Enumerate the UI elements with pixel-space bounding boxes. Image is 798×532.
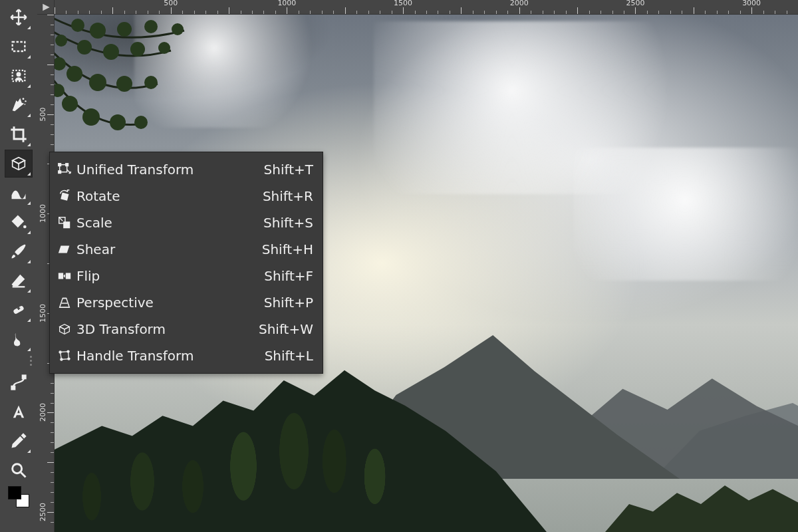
svg-point-10 [13, 464, 22, 473]
menu-item-label: Scale [76, 215, 112, 231]
move-tool[interactable] [5, 4, 32, 31]
menu-item-shortcut: Shift+L [265, 348, 313, 364]
menu-item-shortcut: Shift+P [264, 295, 313, 311]
smudge-tool[interactable] [5, 326, 32, 352]
menu-item-unified-transform[interactable]: Unified TransformShift+T [50, 156, 323, 183]
menu-item-perspective[interactable]: PerspectiveShift+P [50, 289, 323, 316]
transform-tools-flyout-menu: Unified TransformShift+TRotateShift+RSca… [49, 152, 323, 374]
shear-icon [57, 241, 72, 257]
toolbox-separator [29, 356, 32, 366]
svg-rect-39 [66, 273, 70, 279]
svg-point-6 [23, 225, 27, 229]
svg-rect-34 [59, 171, 61, 174]
color-swatch[interactable] [8, 486, 29, 507]
rectangle-select-tool[interactable] [5, 33, 32, 60]
svg-rect-38 [59, 273, 63, 279]
3d-transform-icon [57, 321, 72, 337]
svg-rect-8 [12, 386, 15, 390]
toolbox [0, 0, 37, 532]
menu-item-label: 3D Transform [76, 321, 166, 337]
svg-point-5 [24, 104, 25, 105]
menu-item-label: Handle Transform [76, 348, 194, 364]
paintbrush-tool[interactable] [5, 238, 32, 265]
warp-tool[interactable] [5, 180, 32, 206]
color-picker-tool[interactable] [5, 428, 32, 454]
svg-rect-35 [61, 192, 68, 200]
menu-item-label: Flip [76, 268, 100, 284]
heal-tool[interactable] [5, 297, 32, 323]
ruler-h-label: 2000 [510, 0, 529, 7]
menu-item-handle-transform[interactable]: Handle TransformShift+L [50, 342, 323, 369]
ruler-v-label: 1500 [39, 304, 47, 323]
svg-point-4 [25, 100, 26, 102]
ruler-v-label: 2000 [39, 403, 47, 422]
menu-item-label: Unified Transform [76, 162, 194, 178]
rotate-icon [57, 188, 72, 204]
scale-icon [57, 215, 72, 231]
unified-transform-tool[interactable] [5, 150, 32, 177]
ruler-v-label: 500 [39, 107, 47, 121]
menu-item-label: Shear [76, 241, 115, 257]
ruler-h-label: 1000 [277, 0, 296, 7]
ruler-v-label: 1000 [39, 204, 47, 223]
ruler-h-label: 500 [164, 0, 178, 7]
menu-item-3d-transform[interactable]: 3D TransformShift+W [50, 316, 323, 342]
ruler-h-label: 1500 [394, 0, 412, 7]
menu-item-rotate[interactable]: RotateShift+R [50, 183, 323, 209]
foreground-color-swatch[interactable] [8, 486, 21, 499]
ruler-h-label: 3000 [742, 0, 761, 7]
menu-item-shortcut: Shift+W [259, 321, 313, 337]
menu-item-shortcut: Shift+F [264, 268, 313, 284]
text-tool[interactable] [5, 398, 32, 425]
bucket-fill-tool[interactable] [5, 209, 32, 235]
horizontal-ruler[interactable]: 50010001500200025003000 [55, 0, 798, 15]
menu-item-shortcut: Shift+S [263, 215, 313, 231]
handle-transform-icon [57, 348, 72, 364]
ruler-v-label: 2500 [39, 503, 47, 521]
svg-rect-0 [13, 42, 25, 51]
flip-icon [57, 268, 72, 284]
menu-item-shortcut: Shift+R [263, 188, 313, 204]
unified-transform-icon [57, 162, 72, 178]
svg-rect-9 [23, 376, 26, 379]
menu-item-label: Rotate [76, 188, 120, 204]
perspective-icon [57, 295, 72, 311]
menu-item-scale[interactable]: ScaleShift+S [50, 209, 323, 236]
fuzzy-select-tool[interactable] [5, 92, 32, 118]
crop-tool[interactable] [5, 121, 32, 148]
menu-item-shortcut: Shift+T [264, 162, 313, 178]
menu-item-flip[interactable]: FlipShift+F [50, 263, 323, 289]
menu-item-shortcut: Shift+H [262, 241, 313, 257]
svg-rect-36 [63, 221, 70, 228]
ruler-h-label: 2500 [626, 0, 644, 7]
ruler-origin-toggle[interactable] [37, 0, 55, 15]
foreground-select-tool[interactable] [5, 63, 32, 89]
svg-point-3 [23, 98, 25, 100]
svg-point-2 [17, 72, 21, 76]
menu-item-shear[interactable]: ShearShift+H [50, 236, 323, 263]
svg-rect-32 [59, 164, 61, 166]
zoom-tool[interactable] [5, 457, 32, 483]
menu-item-label: Perspective [76, 295, 154, 311]
eraser-tool[interactable] [5, 267, 32, 294]
svg-rect-33 [66, 164, 68, 166]
gimp-image-window: 50010001500200025003000 5001000150020002… [0, 0, 798, 532]
paths-tool[interactable] [5, 369, 32, 396]
